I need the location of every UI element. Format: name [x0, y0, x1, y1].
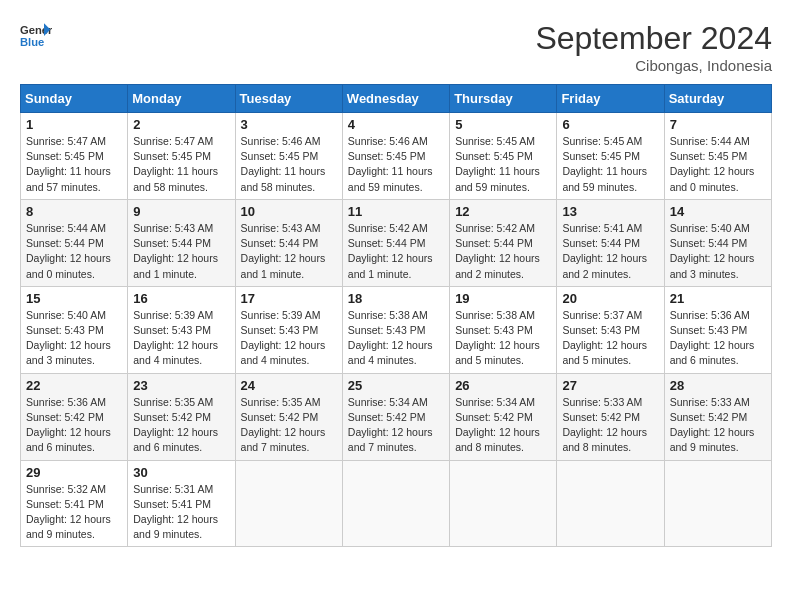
day-number: 20 [562, 291, 658, 306]
day-info: Sunrise: 5:36 AMSunset: 5:42 PMDaylight:… [26, 396, 111, 454]
calendar-cell [557, 460, 664, 547]
svg-text:Blue: Blue [20, 36, 44, 48]
day-number: 26 [455, 378, 551, 393]
calendar-cell: 17 Sunrise: 5:39 AMSunset: 5:43 PMDaylig… [235, 286, 342, 373]
calendar-week-5: 29 Sunrise: 5:32 AMSunset: 5:41 PMDaylig… [21, 460, 772, 547]
day-number: 6 [562, 117, 658, 132]
day-number: 10 [241, 204, 337, 219]
calendar-cell: 5 Sunrise: 5:45 AMSunset: 5:45 PMDayligh… [450, 113, 557, 200]
day-number: 29 [26, 465, 122, 480]
day-info: Sunrise: 5:39 AMSunset: 5:43 PMDaylight:… [133, 309, 218, 367]
calendar-cell [235, 460, 342, 547]
col-header-wednesday: Wednesday [342, 85, 449, 113]
calendar-cell: 2 Sunrise: 5:47 AMSunset: 5:45 PMDayligh… [128, 113, 235, 200]
calendar-week-4: 22 Sunrise: 5:36 AMSunset: 5:42 PMDaylig… [21, 373, 772, 460]
location: Cibongas, Indonesia [535, 57, 772, 74]
calendar-cell: 3 Sunrise: 5:46 AMSunset: 5:45 PMDayligh… [235, 113, 342, 200]
calendar-cell: 30 Sunrise: 5:31 AMSunset: 5:41 PMDaylig… [128, 460, 235, 547]
day-info: Sunrise: 5:34 AMSunset: 5:42 PMDaylight:… [455, 396, 540, 454]
col-header-tuesday: Tuesday [235, 85, 342, 113]
col-header-saturday: Saturday [664, 85, 771, 113]
day-info: Sunrise: 5:33 AMSunset: 5:42 PMDaylight:… [670, 396, 755, 454]
calendar-cell: 14 Sunrise: 5:40 AMSunset: 5:44 PMDaylig… [664, 199, 771, 286]
day-info: Sunrise: 5:38 AMSunset: 5:43 PMDaylight:… [348, 309, 433, 367]
calendar-cell: 6 Sunrise: 5:45 AMSunset: 5:45 PMDayligh… [557, 113, 664, 200]
day-number: 2 [133, 117, 229, 132]
calendar-cell: 4 Sunrise: 5:46 AMSunset: 5:45 PMDayligh… [342, 113, 449, 200]
day-info: Sunrise: 5:31 AMSunset: 5:41 PMDaylight:… [133, 483, 218, 541]
day-info: Sunrise: 5:38 AMSunset: 5:43 PMDaylight:… [455, 309, 540, 367]
calendar-cell: 23 Sunrise: 5:35 AMSunset: 5:42 PMDaylig… [128, 373, 235, 460]
calendar-cell: 11 Sunrise: 5:42 AMSunset: 5:44 PMDaylig… [342, 199, 449, 286]
day-number: 16 [133, 291, 229, 306]
calendar-cell: 29 Sunrise: 5:32 AMSunset: 5:41 PMDaylig… [21, 460, 128, 547]
calendar-cell [664, 460, 771, 547]
calendar-cell: 8 Sunrise: 5:44 AMSunset: 5:44 PMDayligh… [21, 199, 128, 286]
day-number: 28 [670, 378, 766, 393]
day-number: 7 [670, 117, 766, 132]
col-header-monday: Monday [128, 85, 235, 113]
day-number: 27 [562, 378, 658, 393]
day-info: Sunrise: 5:35 AMSunset: 5:42 PMDaylight:… [133, 396, 218, 454]
calendar-cell: 15 Sunrise: 5:40 AMSunset: 5:43 PMDaylig… [21, 286, 128, 373]
day-number: 18 [348, 291, 444, 306]
logo: General Blue [20, 20, 52, 52]
calendar-week-1: 1 Sunrise: 5:47 AMSunset: 5:45 PMDayligh… [21, 113, 772, 200]
calendar-table: SundayMondayTuesdayWednesdayThursdayFrid… [20, 84, 772, 547]
day-number: 14 [670, 204, 766, 219]
calendar-week-2: 8 Sunrise: 5:44 AMSunset: 5:44 PMDayligh… [21, 199, 772, 286]
day-number: 23 [133, 378, 229, 393]
day-info: Sunrise: 5:46 AMSunset: 5:45 PMDaylight:… [241, 135, 326, 193]
page-header: General Blue September 2024 Cibongas, In… [20, 20, 772, 74]
day-info: Sunrise: 5:43 AMSunset: 5:44 PMDaylight:… [133, 222, 218, 280]
day-number: 15 [26, 291, 122, 306]
calendar-cell: 26 Sunrise: 5:34 AMSunset: 5:42 PMDaylig… [450, 373, 557, 460]
day-number: 12 [455, 204, 551, 219]
calendar-cell: 13 Sunrise: 5:41 AMSunset: 5:44 PMDaylig… [557, 199, 664, 286]
title-block: September 2024 Cibongas, Indonesia [535, 20, 772, 74]
day-info: Sunrise: 5:41 AMSunset: 5:44 PMDaylight:… [562, 222, 647, 280]
calendar-cell: 27 Sunrise: 5:33 AMSunset: 5:42 PMDaylig… [557, 373, 664, 460]
col-header-thursday: Thursday [450, 85, 557, 113]
col-header-friday: Friday [557, 85, 664, 113]
calendar-cell: 22 Sunrise: 5:36 AMSunset: 5:42 PMDaylig… [21, 373, 128, 460]
day-info: Sunrise: 5:47 AMSunset: 5:45 PMDaylight:… [26, 135, 111, 193]
day-info: Sunrise: 5:33 AMSunset: 5:42 PMDaylight:… [562, 396, 647, 454]
day-number: 3 [241, 117, 337, 132]
calendar-cell: 10 Sunrise: 5:43 AMSunset: 5:44 PMDaylig… [235, 199, 342, 286]
calendar-cell: 25 Sunrise: 5:34 AMSunset: 5:42 PMDaylig… [342, 373, 449, 460]
calendar-cell: 19 Sunrise: 5:38 AMSunset: 5:43 PMDaylig… [450, 286, 557, 373]
day-info: Sunrise: 5:37 AMSunset: 5:43 PMDaylight:… [562, 309, 647, 367]
day-number: 9 [133, 204, 229, 219]
day-info: Sunrise: 5:40 AMSunset: 5:43 PMDaylight:… [26, 309, 111, 367]
day-number: 13 [562, 204, 658, 219]
calendar-cell: 24 Sunrise: 5:35 AMSunset: 5:42 PMDaylig… [235, 373, 342, 460]
day-info: Sunrise: 5:32 AMSunset: 5:41 PMDaylight:… [26, 483, 111, 541]
day-number: 1 [26, 117, 122, 132]
day-number: 4 [348, 117, 444, 132]
day-number: 30 [133, 465, 229, 480]
day-number: 21 [670, 291, 766, 306]
day-number: 11 [348, 204, 444, 219]
day-number: 8 [26, 204, 122, 219]
calendar-cell: 12 Sunrise: 5:42 AMSunset: 5:44 PMDaylig… [450, 199, 557, 286]
calendar-cell: 18 Sunrise: 5:38 AMSunset: 5:43 PMDaylig… [342, 286, 449, 373]
day-info: Sunrise: 5:44 AMSunset: 5:44 PMDaylight:… [26, 222, 111, 280]
day-info: Sunrise: 5:44 AMSunset: 5:45 PMDaylight:… [670, 135, 755, 193]
day-info: Sunrise: 5:42 AMSunset: 5:44 PMDaylight:… [455, 222, 540, 280]
day-number: 17 [241, 291, 337, 306]
header-row: SundayMondayTuesdayWednesdayThursdayFrid… [21, 85, 772, 113]
day-number: 24 [241, 378, 337, 393]
day-info: Sunrise: 5:47 AMSunset: 5:45 PMDaylight:… [133, 135, 218, 193]
calendar-cell: 1 Sunrise: 5:47 AMSunset: 5:45 PMDayligh… [21, 113, 128, 200]
day-info: Sunrise: 5:39 AMSunset: 5:43 PMDaylight:… [241, 309, 326, 367]
day-number: 5 [455, 117, 551, 132]
calendar-cell [342, 460, 449, 547]
day-info: Sunrise: 5:46 AMSunset: 5:45 PMDaylight:… [348, 135, 433, 193]
calendar-cell: 7 Sunrise: 5:44 AMSunset: 5:45 PMDayligh… [664, 113, 771, 200]
calendar-week-3: 15 Sunrise: 5:40 AMSunset: 5:43 PMDaylig… [21, 286, 772, 373]
logo-icon: General Blue [20, 20, 52, 52]
month-title: September 2024 [535, 20, 772, 57]
day-info: Sunrise: 5:35 AMSunset: 5:42 PMDaylight:… [241, 396, 326, 454]
calendar-cell: 21 Sunrise: 5:36 AMSunset: 5:43 PMDaylig… [664, 286, 771, 373]
